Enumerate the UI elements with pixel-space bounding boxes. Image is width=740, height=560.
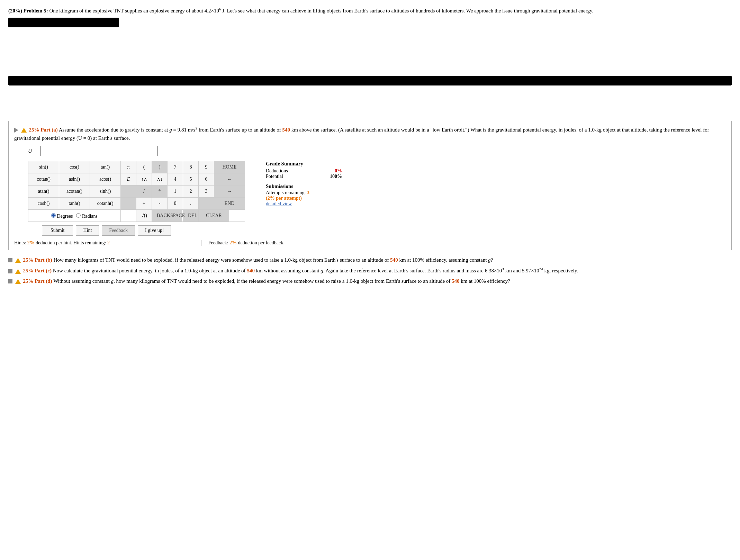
detailed-view-anchor[interactable]: detailed view — [266, 201, 292, 206]
per-attempt: (2% per attempt) — [266, 196, 302, 201]
submissions-section: Submissions Attempts remaining: 3 (2% pe… — [266, 183, 342, 207]
hints-text: deduction per hint. Hints remaining: — [36, 240, 106, 245]
btn-0[interactable]: 0 — [168, 198, 183, 209]
deductions-value: 0% — [335, 168, 342, 174]
btn-end[interactable]: END — [214, 198, 245, 209]
grade-summary: Grade Summary Deductions 0% Potential 10… — [266, 161, 342, 207]
hints-section: Hints: 2% deduction per hint. Hints rema… — [14, 240, 201, 246]
hints-remaining: 2 — [107, 240, 110, 245]
btn-dot[interactable]: . — [183, 198, 198, 209]
btn-asin[interactable]: asin() — [59, 173, 90, 185]
btn-2[interactable]: 2 — [183, 186, 198, 197]
btn-blank3 — [199, 198, 214, 209]
btn-cos[interactable]: cos() — [59, 161, 90, 173]
part-b-text: How many kilograms of TNT would need to … — [53, 257, 493, 263]
part-d-label: 25% Part (d) — [23, 278, 52, 284]
radians-radio[interactable] — [76, 213, 81, 218]
btn-e[interactable]: E — [121, 173, 136, 185]
potential-label: Potential — [266, 174, 283, 179]
answer-input[interactable] — [40, 146, 157, 156]
square-icon-d — [8, 279, 12, 283]
btn-down-exp[interactable]: ∧↓ — [152, 173, 167, 185]
part-c-altitude: 540 — [247, 268, 255, 273]
btn-atan[interactable]: atan() — [28, 186, 59, 197]
btn-clear[interactable]: CLEAR — [199, 210, 229, 222]
hints-deduction: 2% — [27, 240, 35, 245]
u-label: U = — [28, 148, 37, 154]
redaction-bar-1 — [8, 18, 119, 27]
triangle-icon-a — [21, 128, 27, 133]
btn-5[interactable]: 5 — [183, 173, 198, 185]
part-d-text: Without assuming constant g, how many ki… — [53, 278, 510, 284]
giveup-button[interactable]: I give up! — [138, 225, 171, 236]
part-b-row: 25% Part (b) How many kilograms of TNT w… — [8, 256, 732, 265]
feedback-button[interactable]: Feedback — [102, 225, 135, 236]
btn-acotan[interactable]: acotan() — [59, 186, 90, 197]
btn-backspace[interactable]: BACKSPACE — [152, 210, 182, 222]
degrees-radians-row: Degrees Radians — [28, 213, 120, 219]
part-a-text: Assume the acceleration due to gravity i… — [14, 127, 709, 141]
btn-8[interactable]: 8 — [183, 161, 198, 173]
btn-backspace-arrow[interactable]: ← — [214, 173, 245, 185]
part-c-row: 25% Part (c) Now calculate the gravitati… — [8, 266, 732, 276]
btn-right-arrow[interactable]: → — [214, 186, 245, 197]
btn-sqrt[interactable]: √() — [136, 210, 152, 222]
btn-plus[interactable]: + — [136, 198, 152, 209]
btn-tanh[interactable]: tanh() — [59, 198, 90, 209]
btn-9[interactable]: 9 — [199, 161, 214, 173]
btn-acos[interactable]: acos() — [90, 173, 120, 185]
submit-button[interactable]: Submit — [42, 225, 73, 236]
hint-button[interactable]: Hint — [76, 225, 99, 236]
triangle-icon-b — [15, 258, 21, 263]
triangle-icon-d — [15, 279, 21, 284]
part-b-altitude: 540 — [390, 257, 398, 263]
radians-label[interactable]: Radians — [76, 213, 98, 219]
submissions-title: Submissions — [266, 183, 342, 189]
btn-div[interactable]: / — [136, 186, 152, 197]
btn-open-paren[interactable]: ( — [136, 161, 152, 173]
btn-7[interactable]: 7 — [168, 161, 183, 173]
btn-close-paren[interactable]: ) — [152, 161, 167, 173]
btn-minus[interactable]: - — [152, 198, 167, 209]
btn-cosh[interactable]: cosh() — [28, 198, 59, 209]
btn-pi[interactable]: π — [121, 161, 136, 173]
square-icon-c — [8, 269, 12, 273]
problem-header: (20%) Problem 5: One kilogram of the exp… — [8, 6, 732, 15]
btn-sin[interactable]: sin() — [28, 161, 59, 173]
radians-text: Radians — [82, 214, 98, 219]
degrees-label[interactable]: Degrees — [51, 213, 73, 219]
input-row: U = — [28, 146, 726, 156]
calc-grid: sin() cos() tan() π ( ) 7 8 9 HOME cotan… — [28, 161, 245, 222]
detailed-view-link[interactable]: detailed view — [266, 201, 342, 207]
btn-cotan[interactable]: cotan() — [28, 173, 59, 185]
deductions-label: Deductions — [266, 168, 288, 174]
degrees-radio[interactable] — [51, 213, 56, 218]
grade-deductions-row: Deductions 0% — [266, 168, 342, 174]
potential-value: 100% — [330, 174, 342, 179]
btn-up-exp[interactable]: ↑∧ — [136, 173, 152, 185]
btn-mul[interactable]: * — [152, 186, 167, 197]
per-attempt-text: (2% per attempt) — [266, 196, 342, 201]
part-d-row: 25% Part (d) Without assuming constant g… — [8, 277, 732, 286]
btn-6[interactable]: 6 — [199, 173, 214, 185]
part-c-text: Now calculate the gravitational potentia… — [53, 268, 578, 273]
btn-1[interactable]: 1 — [168, 186, 183, 197]
btn-cotanh[interactable]: cotanh() — [90, 198, 120, 209]
btn-home[interactable]: HOME — [214, 161, 245, 173]
play-icon-a — [14, 128, 18, 133]
triangle-icon-c — [15, 269, 21, 274]
btn-blank1 — [121, 186, 136, 197]
part-d-altitude: 540 — [452, 278, 460, 284]
attempts-value: 3 — [307, 190, 309, 195]
btn-del[interactable]: DEL — [183, 210, 198, 222]
calculator: sin() cos() tan() π ( ) 7 8 9 HOME cotan… — [28, 161, 245, 236]
btn-tan[interactable]: tan() — [90, 161, 120, 173]
btn-sinh[interactable]: sinh() — [90, 186, 120, 197]
square-icon-b — [8, 258, 12, 262]
btn-3[interactable]: 3 — [199, 186, 214, 197]
grade-potential-row: Potential 100% — [266, 174, 342, 179]
hints-label: Hints: — [14, 240, 26, 245]
btn-4[interactable]: 4 — [168, 173, 183, 185]
grade-summary-title: Grade Summary — [266, 161, 342, 167]
redaction-bar-wide — [8, 76, 732, 85]
